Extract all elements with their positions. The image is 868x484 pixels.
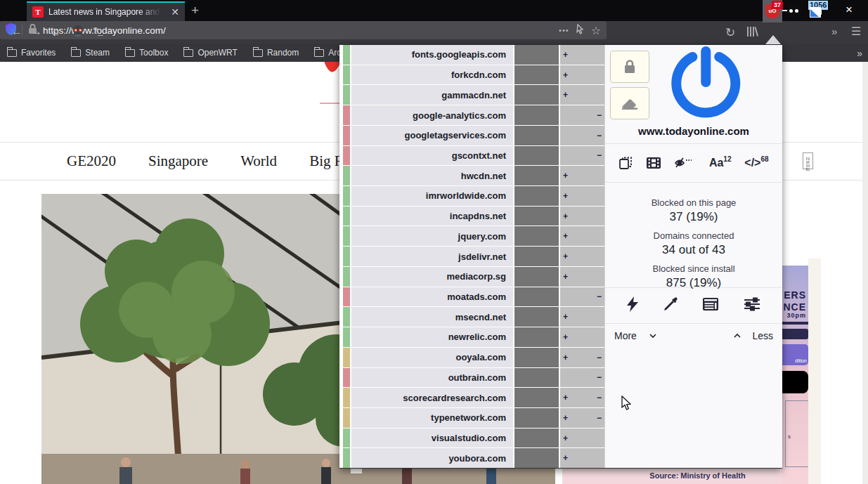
rule-cell-global[interactable]	[514, 429, 559, 448]
rule-cell-global[interactable]	[514, 85, 559, 105]
rule-cell-local[interactable]: +	[560, 207, 604, 226]
rule-cell-local[interactable]: −	[560, 146, 604, 166]
rule-cell-global[interactable]	[514, 267, 559, 287]
rule-cell-local[interactable]: +	[560, 85, 604, 105]
rule-cell-global[interactable]	[514, 226, 559, 246]
rule-cell-global[interactable]	[514, 368, 559, 388]
status-strip-allowed	[343, 226, 350, 246]
terminal-extension-button[interactable]: ?_	[93, 25, 103, 36]
library-icon[interactable]	[745, 25, 759, 41]
rule-cell-global[interactable]	[514, 307, 559, 327]
rule-cell-local[interactable]: +	[560, 45, 604, 65]
logger-icon[interactable]	[702, 297, 719, 314]
bookmark-item-openwrt[interactable]: OpenWRT	[183, 48, 237, 58]
bookmark-item-random[interactable]: Random	[253, 48, 299, 58]
rule-cell-local[interactable]: +−	[560, 348, 604, 367]
tab-counter-extension-icon[interactable]	[810, 7, 821, 18]
rule-cell-global[interactable]	[514, 448, 559, 468]
ghostery-extension-icon[interactable]	[787, 4, 801, 18]
bookmark-item-steam[interactable]: Steam	[71, 48, 110, 58]
large-media-toggle[interactable]	[646, 156, 661, 170]
browser-tab[interactable]: T Latest news in Singapore and a ✕	[27, 1, 185, 21]
cosmetic-filtering-toggle[interactable]	[675, 156, 696, 170]
ad-button[interactable]: dition	[782, 344, 808, 365]
source-caption: Source: Ministry of Health	[611, 471, 784, 480]
firewall-row: visualstudio.com+	[343, 429, 604, 448]
rule-cell-global[interactable]	[514, 348, 559, 367]
rule-cell-local[interactable]: +	[560, 226, 604, 246]
forward-button[interactable]: →	[31, 25, 42, 38]
url-text[interactable]: https://www.todayonline.com/	[43, 25, 553, 36]
page-scrollbar[interactable]	[862, 62, 868, 484]
toolbar-overflow-icon[interactable]: »	[831, 25, 837, 37]
popup-blocker-toggle[interactable]	[618, 156, 633, 170]
rule-cell-local[interactable]: +−	[560, 408, 604, 428]
rule-cell-global[interactable]	[514, 207, 559, 226]
rule-cell-global[interactable]	[514, 186, 559, 206]
address-bar[interactable]: https://www.todayonline.com/ ••• ☆	[0, 21, 607, 39]
rule-cell-local[interactable]: +	[560, 65, 604, 85]
rule-cell-local[interactable]: +	[560, 247, 604, 266]
ad-button[interactable]	[782, 371, 808, 393]
bookmarks-overflow-icon[interactable]: »	[857, 48, 862, 59]
element-picker-icon[interactable]	[663, 296, 678, 315]
extension-avatar-icon[interactable]	[72, 25, 84, 40]
folder-icon	[125, 49, 135, 57]
more-button[interactable]: More	[614, 330, 637, 341]
rule-cell-local[interactable]: +	[560, 429, 604, 448]
rule-cell-local[interactable]: +	[560, 448, 604, 468]
rule-cell-global[interactable]	[514, 388, 559, 407]
rule-cell-local[interactable]: +	[560, 267, 604, 287]
pointer-highlight-icon[interactable]	[575, 24, 585, 37]
rule-cell-local[interactable]: +	[560, 327, 604, 347]
rule-cell-global[interactable]	[514, 45, 559, 65]
less-button[interactable]: Less	[752, 330, 773, 341]
rule-cell-local[interactable]: +	[560, 186, 604, 206]
ad-button[interactable]	[782, 329, 808, 339]
new-tab-button[interactable]: +	[191, 3, 199, 18]
rule-cell-local[interactable]: +	[560, 166, 604, 185]
ad-column-background	[808, 259, 821, 484]
chevron-up-icon[interactable]	[734, 332, 741, 339]
back-button[interactable]: ←	[11, 25, 22, 38]
page-actions-icon[interactable]: •••	[559, 26, 569, 34]
tab-close-icon[interactable]: ✕	[171, 6, 179, 18]
bookmark-star-icon[interactable]: ☆	[591, 24, 601, 37]
rule-cell-global[interactable]	[514, 166, 559, 185]
sidebar-ad[interactable]: ERS NCE 30pm dition s	[782, 266, 808, 484]
reload-button[interactable]: ↻	[725, 25, 735, 40]
firewall-row: gammacdn.net+	[343, 85, 604, 105]
remote-fonts-toggle[interactable]: Aa12	[709, 157, 732, 169]
rule-cell-local[interactable]: −	[560, 368, 604, 388]
rule-cell-local[interactable]: −	[560, 105, 604, 125]
bookmark-item-toolbox[interactable]: Toolbox	[125, 48, 168, 58]
home-button[interactable]: ⌂	[52, 25, 59, 38]
rule-cell-global[interactable]	[514, 408, 559, 428]
rule-cell-local[interactable]: −	[560, 126, 604, 145]
rule-cell-local[interactable]: +−	[560, 388, 604, 407]
bookmark-item-favorites[interactable]: Favorites	[7, 48, 56, 58]
chevron-down-icon[interactable]	[649, 332, 656, 339]
power-button[interactable]	[668, 46, 744, 124]
nav-item-world[interactable]: World	[240, 152, 277, 170]
rule-cell-global[interactable]	[514, 65, 559, 85]
eraser-button[interactable]	[610, 87, 649, 119]
menu-hamburger-icon[interactable]: ☰	[851, 25, 861, 38]
rule-cell-global[interactable]	[514, 247, 559, 266]
rule-cell-global[interactable]	[514, 126, 559, 145]
ad-text-fragment: 30pm	[786, 312, 806, 319]
javascript-toggle[interactable]: </>68	[744, 157, 768, 169]
nav-item-singapore[interactable]: Singapore	[148, 152, 208, 170]
rule-cell-global[interactable]	[514, 327, 559, 347]
element-zapper-icon[interactable]	[627, 296, 638, 315]
rule-cell-global[interactable]	[514, 287, 559, 307]
bookmark-label: Favorites	[21, 48, 56, 58]
rule-cell-local[interactable]: +	[560, 307, 604, 327]
rule-cell-global[interactable]	[514, 105, 559, 125]
relax-blocking-lock-button[interactable]	[610, 51, 649, 83]
window-close-button[interactable]: ×	[846, 3, 853, 17]
rule-cell-global[interactable]	[514, 146, 559, 166]
rule-cell-local[interactable]: −	[560, 287, 604, 307]
dashboard-settings-icon[interactable]	[744, 297, 760, 314]
nav-item-ge2020[interactable]: GE2020	[67, 152, 116, 170]
